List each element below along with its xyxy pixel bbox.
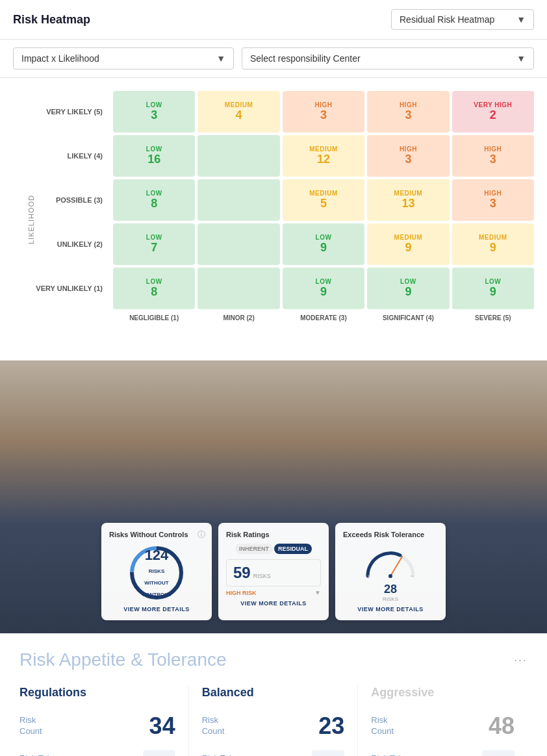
chevron-down-icon: ▼ — [516, 53, 526, 64]
heatmap-cell-r4-c0[interactable]: LOW8 — [113, 268, 195, 309]
risk-ratings-view-details[interactable]: VIEW MORE DETAILS — [240, 600, 306, 607]
row-label-4: VERY UNLIKELY (1) — [32, 268, 110, 309]
heatmap-section: Likelihood VERY LIKELY (5)LOW3MEDIUM4HIG… — [0, 78, 547, 360]
cell-value: 8 — [151, 197, 157, 210]
row-label-1: LIKELY (4) — [32, 135, 110, 177]
x-axis-labels: NEGLIGIBLE (1)MINOR (2)MODERATE (3)SIGNI… — [32, 314, 534, 321]
risk-ratings-body: INHERENT RESIDUAL 59 RISKS HIGH RISK ▼ V… — [226, 544, 321, 607]
heatmap-cell-r0-c4[interactable]: VERY HIGH2 — [452, 91, 534, 132]
responsibility-center-dropdown[interactable]: Select responsibility Center ▼ — [242, 47, 534, 69]
cell-label: MEDIUM — [394, 234, 423, 241]
tab-inherent[interactable]: INHERENT — [235, 544, 273, 554]
circle-sublabel: RISKSWITHOUTCONTROLS — [142, 568, 172, 598]
heatmap-cell-r4-c4[interactable]: LOW9 — [452, 268, 534, 309]
y-axis-label: Likelihood — [27, 194, 35, 244]
tolerances-label-0: Risk TolerancesExceeded — [19, 753, 79, 756]
heatmap-cell-r3-c3[interactable]: MEDIUM9 — [367, 223, 449, 265]
cell-label: HIGH — [484, 190, 502, 197]
menu-icon[interactable]: ··· — [514, 653, 528, 667]
cell-label: LOW — [400, 278, 416, 285]
cell-label: LOW — [316, 278, 332, 285]
exceeds-tolerance-view-details[interactable]: VIEW MORE DETAILS — [357, 606, 423, 612]
heatmap-cell-r2-c2[interactable]: MEDIUM5 — [283, 179, 364, 221]
cell-value: 9 — [490, 285, 496, 299]
cell-label: VERY HIGH — [474, 101, 512, 108]
cell-label: MEDIUM — [479, 234, 507, 241]
risk-count-label-0: RiskCount — [19, 715, 42, 737]
exceeds-tolerance-body: 28 RISKS VIEW MORE DETAILS — [343, 544, 438, 612]
risk-count-metric-0: RiskCount 34 — [19, 712, 175, 740]
heatmap-cell-r2-c1[interactable] — [197, 179, 279, 221]
x-label-2: MODERATE (3) — [283, 314, 364, 321]
cell-value: 12 — [317, 153, 330, 166]
heatmap-cell-r2-c0[interactable]: LOW8 — [113, 179, 195, 221]
chevron-down-icon: ▼ — [516, 14, 526, 25]
heatmap-cell-r1-c4[interactable]: HIGH3 — [452, 135, 534, 177]
circle-text: 124 RISKSWITHOUTCONTROLS — [142, 547, 172, 599]
cell-value: 3 — [490, 153, 496, 166]
risk-ratings-title: Risk Ratings — [226, 531, 321, 538]
risk-count-value-2: 48 — [489, 712, 515, 740]
cell-value: 9 — [320, 241, 327, 255]
heatmap-cell-r4-c2[interactable]: LOW9 — [283, 268, 364, 309]
heatmap-cell-r3-c2[interactable]: LOW9 — [283, 223, 364, 265]
heatmap-cell-r2-c4[interactable]: HIGH3 — [452, 179, 534, 221]
appetite-col-2: Aggressive RiskCount 48 Risk TolerancesE… — [358, 686, 528, 756]
cell-value: 16 — [147, 153, 160, 166]
cell-label: HIGH — [484, 145, 502, 153]
svg-line-5 — [390, 557, 402, 576]
risk-type-row: HIGH RISK ▼ — [226, 589, 321, 596]
heatmap-cell-r0-c1[interactable]: MEDIUM4 — [197, 91, 279, 132]
row-label-0: VERY LIKELY (5) — [32, 91, 110, 132]
risk-big-number: 59 — [233, 564, 251, 582]
appetite-col-title-2: Aggressive — [371, 686, 515, 699]
risk-count-value-1: 23 — [318, 712, 344, 740]
heatmap-cell-r1-c3[interactable]: HIGH3 — [367, 135, 449, 177]
tolerances-metric-0: Risk TolerancesExceeded 5↗ — [19, 750, 175, 756]
heatmap-cell-r3-c4[interactable]: MEDIUM9 — [452, 223, 534, 265]
tab-row: INHERENT RESIDUAL — [235, 544, 312, 554]
x-label-1: MINOR (2) — [197, 314, 279, 321]
cell-value: 5 — [320, 197, 327, 210]
appetite-title: Risk Appetite & Tolerance — [19, 649, 227, 670]
heatmap-cell-r1-c1[interactable] — [197, 135, 279, 177]
exceeds-tolerance-title: Exceeds Risk Tolerance — [343, 531, 438, 538]
heatmap-cell-r1-c2[interactable]: MEDIUM12 — [283, 135, 364, 177]
heatmap-cell-r3-c1[interactable] — [197, 223, 279, 265]
heatmap-type-dropdown[interactable]: Residual Risk Heatmap ▼ — [391, 9, 534, 30]
tolerances-badge-1: -- — [312, 750, 344, 756]
tab-residual[interactable]: RESIDUAL — [274, 544, 312, 554]
heatmap-cell-r1-c0[interactable]: LOW16 — [113, 135, 195, 177]
cell-label: LOW — [485, 278, 501, 285]
heatmap-cell-r4-c3[interactable]: LOW9 — [367, 268, 449, 309]
heatmap-cell-r4-c1[interactable] — [197, 268, 279, 309]
cell-label: MEDIUM — [309, 145, 338, 153]
tolerances-metric-1: Risk TolerancesExceeded -- — [202, 750, 345, 756]
heatmap-cell-r0-c3[interactable]: HIGH3 — [367, 91, 449, 132]
background-section: Risks Without Controls ⓘ 124 RISKSWITHOU… — [0, 360, 547, 633]
cell-label: LOW — [146, 101, 162, 108]
heatmap-cell-r0-c2[interactable]: HIGH3 — [283, 91, 364, 132]
heatmap-cell-r3-c0[interactable]: LOW7 — [113, 223, 195, 265]
cell-label: LOW — [146, 234, 162, 241]
risk-count-label-2: RiskCount — [371, 715, 394, 737]
x-label-3: SIGNIFICANT (4) — [367, 314, 449, 321]
svg-point-6 — [388, 574, 392, 578]
cell-label: LOW — [316, 234, 332, 241]
info-icon[interactable]: ⓘ — [197, 529, 205, 540]
gauge-number: 28 — [384, 583, 397, 596]
risk-ratings-card: Risk Ratings INHERENT RESIDUAL 59 RISKS … — [218, 523, 329, 620]
appetite-header: Risk Appetite & Tolerance ··· — [19, 649, 528, 670]
cell-value: 3 — [490, 197, 496, 210]
cell-label: HIGH — [400, 145, 417, 153]
cell-label: LOW — [146, 278, 162, 285]
risks-without-controls-title: Risks Without Controls — [109, 531, 204, 538]
heatmap-cell-r2-c3[interactable]: MEDIUM13 — [367, 179, 449, 221]
view-more-details-link[interactable]: VIEW MORE DETAILS — [123, 606, 189, 612]
risk-type-label: HIGH RISK — [226, 590, 257, 596]
appetite-section: Risk Appetite & Tolerance ··· Regulation… — [0, 633, 547, 756]
impact-likelihood-dropdown[interactable]: Impact x Likelihood ▼ — [13, 47, 234, 69]
heatmap-cell-r0-c0[interactable]: LOW3 — [113, 91, 195, 132]
tolerances-badge-0: 5↗ — [143, 750, 175, 756]
chevron-down-icon[interactable]: ▼ — [314, 589, 321, 596]
